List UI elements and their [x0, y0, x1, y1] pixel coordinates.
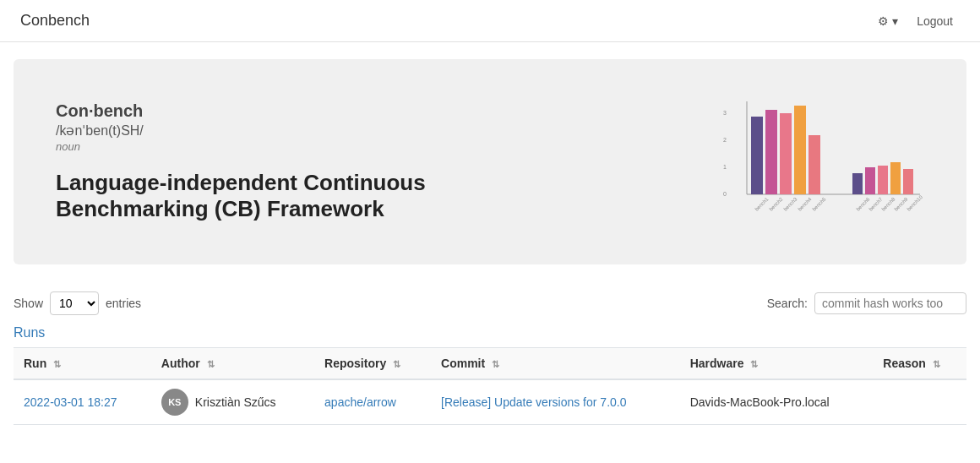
avatar: KS [161, 389, 188, 416]
svg-text:bench4: bench4 [797, 196, 813, 212]
commit-link[interactable]: [Release] Update versions for 7.0.0 [441, 395, 626, 409]
author-cell: KS Krisztiàn Szűcs [151, 379, 314, 425]
benchmark-chart: bench1 bench2 bench3 bench4 bench5 bench… [721, 93, 924, 228]
table-header: Run ⇅ Author ⇅ Repository ⇅ Commit ⇅ Har… [14, 348, 966, 380]
svg-text:2: 2 [723, 137, 727, 143]
sort-icon-hardware: ⇅ [750, 359, 758, 370]
table-row: 2022-03-01 18:27 KS Krisztiàn Szűcs apac… [14, 379, 966, 425]
table-controls: Show 10 25 50 100 entries Search: [0, 281, 980, 325]
svg-rect-9 [878, 166, 888, 194]
sort-icon-commit: ⇅ [492, 359, 499, 370]
logout-button[interactable]: Logout [910, 11, 960, 31]
show-label: Show [14, 297, 43, 310]
hero-text: Con·bench /kənˈben(t)SH/ noun Language-i… [56, 101, 563, 222]
col-header-run[interactable]: Run ⇅ [14, 348, 151, 380]
col-header-reason[interactable]: Reason ⇅ [873, 348, 966, 380]
svg-rect-11 [903, 169, 913, 194]
runs-table: Run ⇅ Author ⇅ Repository ⇅ Commit ⇅ Har… [14, 347, 966, 425]
svg-rect-4 [780, 113, 792, 194]
svg-rect-8 [865, 167, 875, 194]
svg-text:bench5: bench5 [811, 196, 827, 212]
col-header-commit[interactable]: Commit ⇅ [431, 348, 680, 380]
hero-chart: bench1 bench2 bench3 bench4 bench5 bench… [721, 93, 924, 231]
navbar-right: ⚙ ▾ Logout [873, 11, 960, 31]
svg-text:bench2: bench2 [768, 196, 784, 212]
hero-pos: noun [56, 140, 563, 153]
entries-select[interactable]: 10 25 50 100 [50, 291, 99, 315]
gear-icon: ⚙ [878, 14, 889, 28]
col-header-repository[interactable]: Repository ⇅ [314, 348, 431, 380]
svg-text:0: 0 [723, 191, 727, 197]
hero-section: Con·bench /kənˈben(t)SH/ noun Language-i… [14, 59, 966, 264]
search-label: Search: [767, 297, 808, 310]
svg-text:bench1: bench1 [754, 196, 770, 212]
avatar-initials: KS [168, 397, 181, 407]
run-link[interactable]: 2022-03-01 18:27 [24, 395, 117, 409]
sort-icon-author: ⇅ [207, 359, 215, 370]
repository-cell: apache/arrow [314, 379, 431, 425]
reason-cell [873, 379, 966, 425]
svg-text:bench10: bench10 [906, 194, 923, 212]
svg-rect-5 [794, 106, 806, 194]
author-name: Krisztiàn Szűcs [195, 395, 276, 409]
sort-icon-run: ⇅ [53, 359, 61, 370]
search-input[interactable] [814, 292, 966, 314]
sort-icon-repository: ⇅ [393, 359, 400, 370]
col-header-author[interactable]: Author ⇅ [151, 348, 314, 380]
runs-title[interactable]: Runs [14, 325, 966, 340]
svg-rect-7 [852, 173, 863, 194]
svg-rect-2 [751, 117, 763, 194]
svg-rect-6 [808, 135, 820, 194]
hardware-cell: Davids-MacBook-Pro.local [680, 379, 874, 425]
svg-text:3: 3 [723, 110, 727, 116]
svg-rect-10 [890, 162, 901, 194]
sort-icon-reason: ⇅ [933, 359, 940, 370]
show-entries-control: Show 10 25 50 100 entries [14, 291, 141, 315]
hero-word: Con·bench [56, 101, 563, 121]
run-cell: 2022-03-01 18:27 [14, 379, 151, 425]
hero-tagline: Language-independent Continuous Benchmar… [56, 170, 563, 222]
svg-rect-3 [765, 110, 777, 194]
chevron-down-icon: ▾ [892, 14, 898, 28]
runs-section: Runs Run ⇅ Author ⇅ Repository ⇅ Commit … [0, 325, 980, 425]
repository-link[interactable]: apache/arrow [324, 395, 396, 409]
col-header-hardware[interactable]: Hardware ⇅ [680, 348, 874, 380]
app-brand: Conbench [20, 12, 90, 30]
entries-label: entries [106, 297, 141, 310]
search-control: Search: [767, 292, 966, 314]
gear-menu[interactable]: ⚙ ▾ [873, 11, 903, 31]
table-body: 2022-03-01 18:27 KS Krisztiàn Szűcs apac… [14, 379, 966, 425]
navbar: Conbench ⚙ ▾ Logout [0, 0, 980, 42]
svg-text:bench3: bench3 [782, 196, 798, 212]
hero-pronunciation: /kənˈben(t)SH/ [56, 123, 563, 139]
svg-text:1: 1 [723, 164, 727, 170]
commit-cell: [Release] Update versions for 7.0.0 [431, 379, 680, 425]
